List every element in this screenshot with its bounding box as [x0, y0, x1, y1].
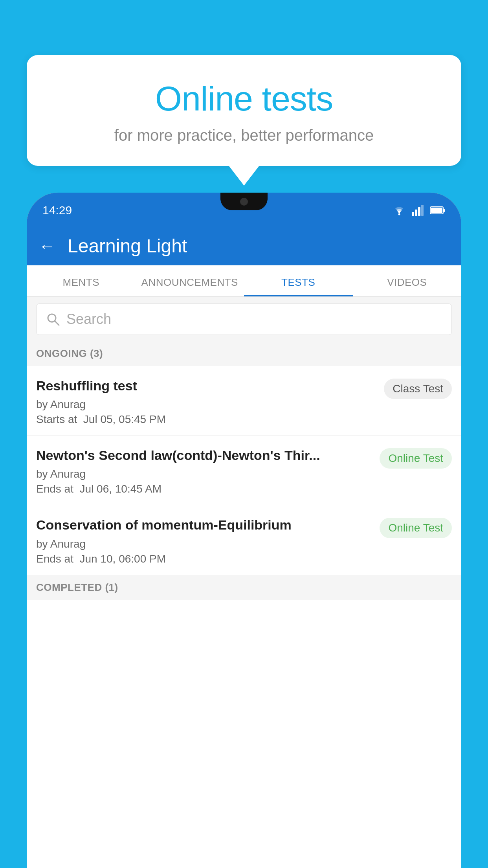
test-title: Newton's Second law(contd)-Newton's Thir… [36, 447, 372, 464]
test-item[interactable]: Reshuffling test by Anurag Starts at Jul… [27, 366, 461, 436]
svg-rect-2 [415, 210, 417, 216]
time-value: Jun 10, 06:00 PM [80, 553, 166, 565]
search-icon [46, 312, 60, 326]
test-badge-online: Online Test [380, 448, 452, 469]
test-title: Reshuffling test [36, 377, 376, 394]
test-by: by Anurag [36, 398, 376, 411]
back-button[interactable]: ← [39, 236, 56, 256]
phone-frame: 14:29 [27, 193, 461, 868]
status-time: 14:29 [42, 204, 72, 217]
tests-list: Reshuffling test by Anurag Starts at Jul… [27, 366, 461, 575]
search-placeholder: Search [66, 311, 111, 327]
test-item[interactable]: Conservation of momentum-Equilibrium by … [27, 505, 461, 575]
status-icons [392, 205, 446, 216]
battery-icon [430, 206, 446, 215]
test-info: Reshuffling test by Anurag Starts at Jul… [36, 377, 384, 426]
phone-notch [220, 193, 268, 210]
test-info: Conservation of momentum-Equilibrium by … [36, 516, 380, 565]
camera [240, 198, 248, 206]
test-time: Starts at Jul 05, 05:45 PM [36, 413, 376, 426]
test-item[interactable]: Newton's Second law(contd)-Newton's Thir… [27, 436, 461, 505]
bubble-subtitle: for more practice, better performance [54, 127, 434, 144]
svg-rect-7 [431, 208, 442, 213]
svg-line-9 [55, 321, 59, 325]
time-label: Starts at [36, 413, 77, 425]
svg-point-0 [398, 213, 400, 215]
svg-rect-6 [443, 209, 445, 212]
test-time: Ends at Jun 10, 06:00 PM [36, 553, 372, 565]
wifi-icon [392, 205, 406, 216]
status-bar: 14:29 [27, 193, 461, 228]
app-background: Online tests for more practice, better p… [0, 0, 488, 868]
test-time: Ends at Jul 06, 10:45 AM [36, 483, 372, 495]
svg-rect-3 [418, 207, 420, 216]
search-container: Search [27, 297, 461, 341]
ongoing-section-header: ONGOING (3) [27, 341, 461, 366]
test-info: Newton's Second law(contd)-Newton's Thir… [36, 447, 380, 495]
tab-announcements[interactable]: ANNOUNCEMENTS [136, 265, 244, 296]
test-badge-online: Online Test [380, 518, 452, 538]
completed-section-header: COMPLETED (1) [27, 575, 461, 600]
test-title: Conservation of momentum-Equilibrium [36, 516, 372, 533]
svg-rect-4 [421, 205, 424, 216]
tab-tests[interactable]: TESTS [244, 265, 353, 296]
time-value: Jul 05, 05:45 PM [83, 413, 166, 425]
tab-ments[interactable]: MENTS [27, 265, 136, 296]
time-label: Ends at [36, 553, 73, 565]
test-by: by Anurag [36, 538, 372, 550]
signal-icon [411, 205, 425, 216]
app-header: ← Learning Light [27, 228, 461, 265]
test-badge-class: Class Test [384, 379, 452, 399]
bubble-title: Online tests [54, 79, 434, 119]
time-label: Ends at [36, 483, 73, 495]
time-value: Jul 06, 10:45 AM [80, 483, 162, 495]
test-by: by Anurag [36, 468, 372, 480]
app-title: Learning Light [68, 235, 187, 257]
svg-rect-1 [412, 212, 414, 216]
phone-screen: 14:29 [27, 193, 461, 868]
tab-videos[interactable]: VIDEOS [353, 265, 462, 296]
tabs-container: MENTS ANNOUNCEMENTS TESTS VIDEOS [27, 265, 461, 297]
search-bar[interactable]: Search [36, 303, 452, 335]
speech-bubble: Online tests for more practice, better p… [27, 55, 461, 166]
speech-bubble-container: Online tests for more practice, better p… [27, 55, 461, 166]
